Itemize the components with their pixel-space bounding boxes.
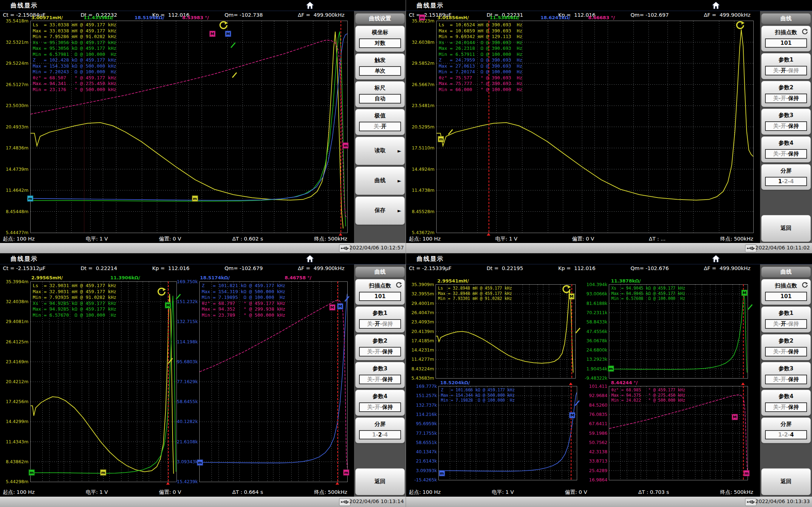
trace-marker-min[interactable]: m	[343, 143, 349, 149]
back-button[interactable]: 返回	[355, 468, 405, 495]
trace-marker-max[interactable]: M	[732, 414, 738, 420]
home-icon[interactable]	[711, 254, 721, 263]
home-icon[interactable]	[305, 1, 315, 10]
y-axis-label: 95.6803k	[169, 359, 198, 364]
state-开: 开	[781, 123, 786, 129]
timestamp: 2022/04/06 10:12:57	[349, 245, 404, 250]
quadrant-bottom-right: 曲线显示 Ct = -2.15339μF Dt = 0.22195 Kp = 1…	[406, 253, 812, 507]
home-icon[interactable]	[711, 1, 721, 10]
sidebar-button-label: 保存	[375, 207, 386, 214]
footer-delta-t: ΔT : 0.664 s	[232, 489, 263, 495]
trace-marker-min[interactable]: m	[29, 469, 35, 475]
y-axis-label: 29.4081m	[0, 319, 28, 324]
y-axis-label: 35.3909m	[407, 282, 434, 287]
sidebar-button-5[interactable]: 参数4关-开-保持	[761, 136, 811, 163]
y-axis-label: 47.4556k	[580, 329, 607, 334]
sidebar-button-1[interactable]: 扫描点数101	[761, 26, 811, 52]
header-ct: Ct = -2.15339μF	[409, 265, 452, 271]
sidebar-button-3[interactable]: 参数2关-开-保持	[761, 81, 811, 107]
submenu-arrow-icon: ►	[397, 148, 401, 154]
rotate-marker-icon[interactable]	[219, 21, 228, 31]
readout-line: Min = 6.57670 Ω @ 100.000 Hz	[33, 312, 116, 318]
trace-marker-max[interactable]: M	[569, 412, 575, 418]
trace-marker-min[interactable]: m	[343, 469, 349, 475]
trace-marker-min[interactable]: m	[27, 195, 33, 201]
trace-marker-max[interactable]: M	[165, 302, 171, 308]
trace-marker-min[interactable]: m	[438, 136, 444, 142]
sidebar-button-3[interactable]: 参数2关-开-保持	[355, 334, 405, 360]
sidebar-button-3[interactable]: 参数2关-开-保持	[761, 334, 811, 360]
y-axis-label: 169.777k	[409, 384, 437, 389]
sidebar-button-label: 参数3	[779, 112, 793, 119]
sidebar-button-5[interactable]: 参数4关-开-保持	[355, 390, 405, 416]
footer-delta-t: ΔT : 0.703 s	[638, 489, 669, 495]
sidebar-button-4[interactable]: 参数3关-开-保持	[761, 109, 811, 135]
trace-marker-max[interactable]: M	[329, 305, 335, 311]
header-df: ΔF = 499.900kHz	[704, 12, 750, 18]
sweep-footer: 起点: 100 Hz 电平: 1 V 偏置: 0 V ΔT : 0.703 s …	[409, 487, 753, 497]
footer-end: 终点: 500kHz	[314, 489, 347, 496]
sidebar-button-2[interactable]: 参数1关-开-保持	[761, 306, 811, 333]
measurement-header: Ct = -2.15312μF Dt = 0.22214 Kp = 112.01…	[3, 265, 344, 271]
state-保持: 保持	[788, 67, 799, 74]
trace-marker-max[interactable]: M	[569, 294, 575, 300]
sidebar-button-5[interactable]: 读取►	[355, 137, 405, 165]
rotate-marker-icon[interactable]	[735, 21, 745, 31]
rotate-marker-icon[interactable]	[157, 287, 166, 298]
sidebar-button-label: 分屏	[781, 167, 792, 175]
trace-marker-min[interactable]: m	[197, 459, 203, 465]
sidebar-button-3[interactable]: 标尺自动	[355, 81, 405, 107]
marker-readout-block: θz° = 68.985 ° @ 459.177 kHzMax = 94.375…	[611, 387, 685, 403]
button-value: 单次	[359, 66, 401, 76]
marker-readout-block: Z = 101.821 kΩ @ 459.177 kHzMax = 154.31…	[202, 283, 285, 318]
back-button[interactable]: 返回	[761, 468, 811, 495]
trace-marker-min[interactable]: m	[100, 469, 106, 475]
y-axis-label: 32.3955m	[407, 291, 434, 296]
state-关: 关	[773, 95, 779, 101]
scale-per-div-label: 18.6241kΩ/	[541, 15, 570, 20]
y-axis-label: 20.4933m	[0, 124, 28, 130]
readout-line: Max = 95.3056 kΩ @ 459.177 kHz	[33, 46, 116, 52]
sidebar-button-2[interactable]: 参数1关-开-保持	[355, 306, 405, 333]
button-state-value: 关-开-保持	[765, 149, 807, 159]
trace-marker-min[interactable]: m	[419, 15, 425, 21]
sidebar-button-2[interactable]: 参数1关-开-保持	[761, 53, 811, 79]
sidebar-button-4[interactable]: 参数3关-开-保持	[355, 362, 405, 388]
state-保持: 保持	[788, 95, 799, 101]
sidebar-button-4[interactable]: 参数3关-开-保持	[761, 362, 811, 388]
button-value: 101	[765, 292, 807, 301]
sidebar-button-1[interactable]: 横坐标对数	[355, 26, 405, 52]
sidebar-button-4[interactable]: 极值关-开	[355, 109, 405, 135]
sidebar-button-label: 极值	[375, 112, 386, 120]
y-axis-label: 8.45528m	[406, 209, 434, 214]
trace-marker-max[interactable]: M	[742, 290, 748, 296]
button-state-value: 关-开-保持	[359, 347, 401, 357]
trace-marker-min[interactable]: m	[192, 195, 198, 201]
sweep-cursor-line	[337, 281, 338, 481]
home-icon[interactable]	[305, 254, 315, 263]
trace-marker-max[interactable]: M	[225, 31, 231, 37]
sidebar-button-5[interactable]: 参数4关-开-保持	[761, 390, 811, 416]
readout-line: Min = 7.20243 Ω @ 100.000 Hz	[33, 69, 116, 75]
state-开: 开	[375, 348, 380, 355]
sidebar-button-1[interactable]: 扫描点数101	[761, 279, 811, 305]
sidebar-button-6[interactable]: 分屏1-2-4	[355, 417, 405, 443]
trace-marker-min[interactable]: m	[744, 470, 750, 476]
button-value: 自动	[359, 94, 401, 104]
sidebar-button-6[interactable]: 曲线►	[355, 167, 405, 195]
sidebar-button-label: 曲线	[375, 177, 386, 184]
trace-marker-min[interactable]: m	[439, 470, 445, 476]
y-axis-label: 14.4299m	[0, 419, 28, 424]
sidebar-button-1[interactable]: 扫描点数101	[355, 279, 405, 305]
sidebar-button-2[interactable]: 触发单次	[355, 53, 405, 80]
sidebar-header: 曲线设置	[355, 13, 405, 24]
state-4: 4	[790, 178, 793, 185]
sidebar-button-7[interactable]: 保存►	[355, 196, 405, 225]
readout-line: Max = 94.9285 kΩ @ 459.177 kHz	[33, 306, 116, 312]
trace-marker-max[interactable]: M	[209, 31, 215, 37]
sidebar-button-6[interactable]: 分屏1-2-4	[761, 164, 811, 190]
sidebar-button-6[interactable]: 分屏1-2-4	[761, 417, 811, 443]
trace-marker-min[interactable]: m	[608, 365, 614, 371]
trace-marker-max[interactable]: M	[337, 303, 343, 310]
back-button[interactable]: 返回	[761, 215, 811, 242]
